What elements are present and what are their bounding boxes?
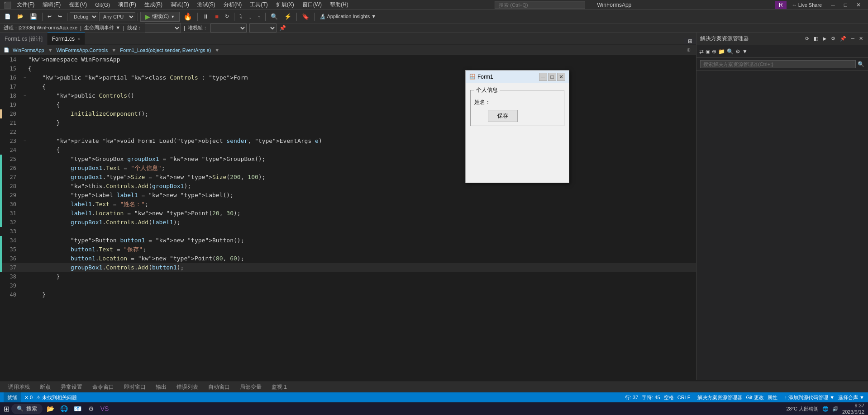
pin-btn[interactable]: 📌 [279,25,286,31]
save-button-preview[interactable]: 保存 [488,110,518,122]
menu-view[interactable]: 视图(V) [66,0,90,9]
line-content[interactable]: "kw">private "kw">void Form1_Load("type"… [28,137,696,146]
menu-window[interactable]: 窗口(W) [300,0,324,9]
line-content[interactable] [28,127,696,137]
run-btn[interactable]: ▶ 继续(C) ▼ [140,12,180,22]
se-pin[interactable]: 📌 [839,35,848,42]
menu-file[interactable]: 文件(F) [14,0,37,9]
step-over-btn[interactable]: ⤵ [237,12,245,21]
method-path[interactable]: Form1_Load(object sender, EventArgs e) [120,47,211,53]
bottom-tab-5[interactable]: 输出 [151,382,171,392]
line-content[interactable]: "type">Label label1 = "kw">new "type">La… [28,191,696,200]
hot-reload-btn[interactable]: 🔥 [181,11,195,22]
se-icon-2[interactable]: ◧ [812,35,820,42]
bottom-tab-6[interactable]: 错误列表 [172,382,203,392]
tab-form1-cs[interactable]: Form1.cs × [48,33,85,45]
fold-indicator[interactable]: − [22,91,28,100]
se-close[interactable]: ✕ [858,35,864,42]
line-content[interactable]: } [28,272,696,281]
restart-btn[interactable]: ↻ [222,13,232,20]
menu-project[interactable]: 项目(P) [115,0,139,9]
lifecycle-dropdown[interactable]: 生命周期事件 ▼ [84,24,120,31]
form1-close-btn[interactable]: ✕ [557,73,565,81]
bottom-tab-3[interactable]: 命令窗口 [88,382,119,392]
debug-config-dropdown[interactable]: Debug [70,12,98,21]
line-content[interactable]: label1.Text = "姓名："; [28,200,696,209]
se-icon-3[interactable]: ▶ [821,35,828,42]
line-content[interactable]: groupBox1."type">Size = "kw">new "type">… [28,173,696,182]
namespace-path[interactable]: WinFormsApp [13,47,44,53]
line-content[interactable]: button1.Location = "kw">new "type">Point… [28,254,696,263]
add-source-btn[interactable]: ↑ 添加到源代码管理 ▼ [785,394,835,401]
close-btn[interactable]: ✕ [853,2,864,8]
line-content[interactable]: "kw">this.Controls.Add(groupBox1); [28,182,696,191]
line-content[interactable]: { [28,64,696,73]
step-out-btn[interactable]: ↑ [255,13,263,20]
bottom-tab-7[interactable]: 自动窗口 [204,382,234,392]
menu-extensions[interactable]: 扩展(X) [273,0,297,9]
taskbar-app-5[interactable]: VS [99,403,110,415]
form1-minimize-btn[interactable]: ─ [539,73,547,81]
select-repo-btn[interactable]: 选择合库 ▼ [838,394,864,401]
search-input[interactable] [495,1,585,9]
expand-editor-btn[interactable]: ⊞ [686,38,694,44]
class-path[interactable]: WinFormsApp.Controls [57,47,108,53]
taskbar-app-3[interactable]: 📧 [72,403,83,415]
diagnostics-btn[interactable]: 🔍 [268,12,281,21]
open-btn[interactable]: 📂 [14,13,26,20]
line-content[interactable]: groupBox1.Controls.Add(button1); [28,263,696,272]
se-tool-5[interactable]: 🔍 [727,48,734,55]
perf-btn[interactable]: ⚡ [281,12,294,21]
fold-indicator[interactable]: − [22,137,28,146]
bottom-tab-1[interactable]: 断点 [35,382,55,392]
undo-btn[interactable]: ↩ [45,13,54,20]
code-display[interactable]: 14"kw">namespace WinFormsApp15{16− "kw">… [0,55,696,380]
bottom-tab-4[interactable]: 即时窗口 [119,382,150,392]
bookmark-btn[interactable]: 🔖 [299,12,312,21]
bottom-tab-0[interactable]: 调用堆栈 [4,382,34,392]
se-tool-3[interactable]: ⊕ [712,48,716,55]
se-tool-7[interactable]: ▼ [742,48,748,55]
save-btn[interactable]: 💾 [27,12,40,21]
line-content[interactable]: } [28,118,696,127]
search-box[interactable]: 🔍 搜索 [11,404,43,414]
stack-select2[interactable] [249,24,277,33]
taskbar-app-2[interactable]: 🌐 [58,403,70,415]
menu-tools[interactable]: 工具(T) [247,0,270,9]
menu-help[interactable]: 帮助(H) [327,0,351,9]
se-minimize[interactable]: ─ [849,35,856,42]
stack-select[interactable] [210,24,247,33]
minimize-btn[interactable]: ─ [827,2,839,8]
line-content[interactable] [28,281,696,290]
bottom-tab-2[interactable]: 异常设置 [56,382,87,392]
line-content[interactable]: } [28,290,696,299]
line-content[interactable]: groupBox1.Text = "个人信息"; [28,164,696,173]
bottom-tab-8[interactable]: 局部变量 [235,382,266,392]
line-content[interactable]: label1.Location = "kw">new "type">Point(… [28,209,696,218]
taskbar-app-4[interactable]: ⚙ [85,403,97,415]
warning-indicator[interactable]: ⚠ 未找到相关问题 [36,394,77,401]
pause-btn[interactable]: ⏸ [200,12,211,21]
git-update-btn[interactable]: Git 更改 [746,394,763,401]
line-content[interactable]: groupBox1.Controls.Add(label1); [28,218,696,227]
taskbar-app-1[interactable]: 📂 [44,403,56,415]
menu-build[interactable]: 生成(B) [142,0,165,9]
tab-form1-cs-close[interactable]: × [77,37,80,42]
live-share-btn[interactable]: ↔ Live Share [788,2,826,8]
fold-indicator[interactable]: − [22,73,28,82]
line-content[interactable]: { [28,146,696,155]
thread-select[interactable] [145,24,181,33]
menu-test[interactable]: 测试(S) [195,0,218,9]
step-into-btn[interactable]: ↓ [246,13,254,20]
se-icon-4[interactable]: ⚙ [830,35,837,42]
line-content[interactable] [28,227,696,236]
line-content[interactable]: "kw">public Controls() [28,91,696,100]
menu-git[interactable]: Git(G) [92,1,113,9]
menu-debug[interactable]: 调试(D) [168,0,192,9]
line-content[interactable]: { [28,82,696,91]
tab-form1-design[interactable]: Form1.cs [设计] [0,33,48,45]
line-content[interactable]: InitializeComponent(); [28,109,696,118]
appinsights-btn[interactable]: 🔬 Application Insights ▼ [317,13,379,20]
line-content[interactable]: "type">Button button1 = "kw">new "type">… [28,236,696,245]
properties-btn[interactable]: 属性 [768,394,777,401]
